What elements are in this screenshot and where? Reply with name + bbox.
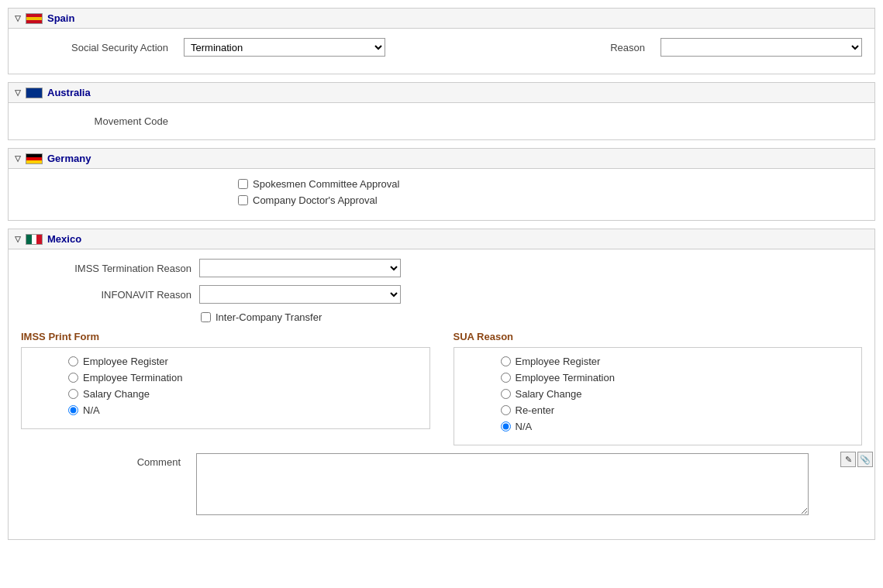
germany-flag [26,153,43,164]
comment-attach-icon[interactable]: 📎 [857,452,873,467]
imss-radio-employee-register-label: Employee Register [83,356,168,367]
spokesmen-label: Spokesmen Committee Approval [253,178,399,190]
sua-radio-na-label: N/A [516,421,533,432]
infonavit-reason-label: INFONAVIT Reason [21,289,199,301]
spain-collapse-icon: ▽ [15,14,21,22]
australia-collapse-icon: ▽ [15,88,21,97]
imss-radio-employee-termination: Employee Termination [68,372,414,383]
imss-radio-na-input[interactable] [68,405,78,415]
germany-section-body: Spokesmen Committee Approval Company Doc… [9,169,874,220]
spain-form-row: Social Security Action Termination New H… [21,38,862,57]
australia-section: ▽ Australia Movement Code [8,82,875,140]
imss-radio-salary-change: Salary Change [68,388,414,400]
australia-section-header[interactable]: ▽ Australia [9,83,874,103]
sua-reason-box: SUA Reason Employee Register Employee Te… [454,331,863,445]
spain-section-header[interactable]: ▽ Spain [9,9,874,29]
sua-radio-reenter: Re-enter [501,404,847,416]
imss-radio-employee-termination-label: Employee Termination [83,372,182,383]
imss-reason-label: IMSS Termination Reason [21,263,199,274]
imss-print-form-bordered: Employee Register Employee Termination S… [21,347,430,429]
imss-radio-employee-register: Employee Register [68,356,414,367]
mexico-section: ▽ Mexico IMSS Termination Reason Option … [8,229,875,540]
sua-radio-employee-register: Employee Register [501,356,847,367]
imss-radio-na-label: N/A [83,404,100,416]
spain-section-body: Social Security Action Termination New H… [9,29,874,74]
comment-edit-icon[interactable]: ✎ [840,452,856,467]
social-security-label: Social Security Action [21,42,176,53]
spain-section: ▽ Spain Social Security Action Terminati… [8,8,875,74]
comment-textarea-wrapper: ✎ 📎 [196,453,850,518]
australia-title: Australia [47,87,91,98]
mexico-collapse-icon: ▽ [15,235,21,243]
imss-reason-row: IMSS Termination Reason Option 1 Option … [21,259,862,277]
intercompany-checkbox[interactable] [201,312,211,322]
spain-title: Spain [47,12,74,24]
imss-radio-salary-change-input[interactable] [68,389,78,399]
germany-title: Germany [47,153,91,164]
comment-section: Comment ✎ 📎 [21,453,862,530]
imss-sua-container: IMSS Print Form Employee Register Employ… [21,331,862,445]
doctor-checkbox[interactable] [238,195,248,205]
sua-radio-salary-change: Salary Change [501,388,847,400]
infonavit-reason-row: INFONAVIT Reason Option 1 Option 2 [21,285,862,304]
sua-radio-employee-termination-label: Employee Termination [516,372,615,383]
intercompany-label: Inter-Company Transfer [216,311,322,323]
germany-section-header[interactable]: ▽ Germany [9,149,874,169]
sua-radio-salary-change-input[interactable] [501,389,511,399]
mexico-flag [26,234,43,245]
imss-radio-employee-termination-input[interactable] [68,373,78,383]
imss-print-form-title: IMSS Print Form [21,331,430,342]
sua-radio-reenter-label: Re-enter [516,404,555,416]
sua-reason-title: SUA Reason [454,331,863,342]
social-security-select[interactable]: Termination New Hire Rehire [184,38,385,57]
comment-row: Comment ✎ 📎 [33,453,850,518]
germany-collapse-icon: ▽ [15,154,21,163]
mexico-title: Mexico [47,233,81,245]
sua-radio-salary-change-label: Salary Change [516,388,582,400]
page-container: ▽ Spain Social Security Action Terminati… [0,0,883,588]
comment-label: Comment [33,453,188,468]
spokesmen-checkbox-row: Spokesmen Committee Approval [21,178,862,190]
intercompany-row: Inter-Company Transfer [21,311,862,323]
sua-radio-employee-register-input[interactable] [501,356,511,366]
mexico-section-header[interactable]: ▽ Mexico [9,229,874,249]
germany-section: ▽ Germany Spokesmen Committee Approval C… [8,148,875,221]
movement-row: Movement Code [21,112,862,130]
sua-radio-employee-termination: Employee Termination [501,372,847,383]
sua-radio-reenter-input[interactable] [501,405,511,415]
doctor-label: Company Doctor's Approval [253,194,378,206]
sua-radio-na: N/A [501,421,847,432]
sua-radio-na-input[interactable] [501,421,511,432]
spokesmen-checkbox[interactable] [238,179,248,189]
imss-radio-na: N/A [68,404,414,416]
infonavit-reason-select[interactable]: Option 1 Option 2 [199,285,401,304]
reason-select[interactable]: Voluntary Involuntary [661,38,862,57]
imss-reason-select[interactable]: Option 1 Option 2 [199,259,401,277]
imss-radio-employee-register-input[interactable] [68,356,78,366]
doctor-checkbox-row: Company Doctor's Approval [21,194,862,206]
imss-radio-salary-change-label: Salary Change [83,388,150,400]
comment-textarea[interactable] [196,453,809,515]
sua-reason-bordered: Employee Register Employee Termination S… [454,347,863,445]
spain-flag [26,13,43,24]
imss-print-form-box: IMSS Print Form Employee Register Employ… [21,331,430,445]
australia-section-body: Movement Code [9,103,874,139]
comment-icons: ✎ 📎 [840,452,873,467]
mexico-section-body: IMSS Termination Reason Option 1 Option … [9,249,874,539]
reason-label: Reason [606,42,653,53]
movement-label: Movement Code [21,115,176,127]
sua-radio-employee-termination-input[interactable] [501,373,511,383]
australia-flag [26,88,43,98]
sua-radio-employee-register-label: Employee Register [516,356,601,367]
